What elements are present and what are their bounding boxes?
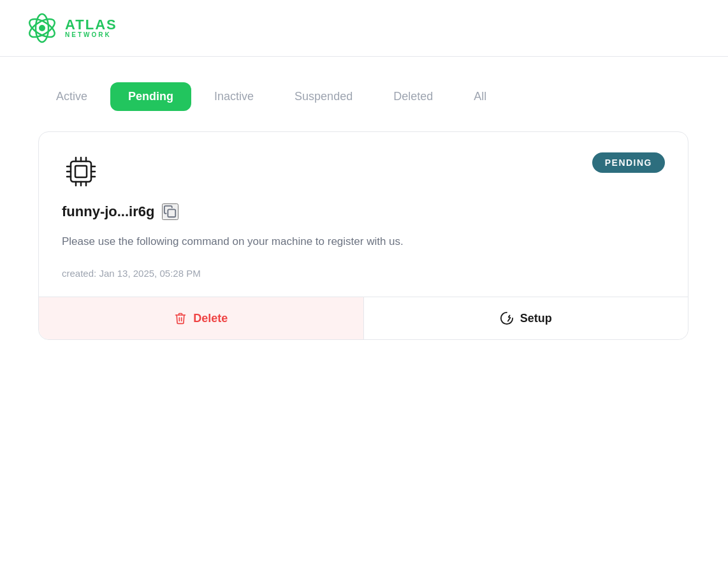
chip-icon — [62, 152, 100, 191]
delete-label: Delete — [193, 312, 228, 325]
card-description: Please use the following command on your… — [62, 233, 665, 250]
created-date: created: Jan 13, 2025, 05:28 PM — [62, 268, 665, 279]
trash-icon — [174, 312, 187, 325]
setup-button[interactable]: Setup — [364, 297, 688, 339]
created-value: Jan 13, 2025, 05:28 PM — [99, 268, 200, 279]
svg-point-0 — [39, 25, 45, 31]
svg-rect-5 — [75, 166, 87, 177]
svg-rect-4 — [71, 161, 91, 182]
logo-atlas-text: ATLAS — [65, 18, 117, 32]
tab-all[interactable]: All — [456, 82, 504, 111]
card-footer: Delete Setup — [39, 297, 688, 339]
tab-pending[interactable]: Pending — [110, 82, 191, 111]
setup-label: Setup — [520, 312, 552, 325]
tab-deleted[interactable]: Deleted — [375, 82, 451, 111]
logo-network-text: NETWORK — [65, 32, 117, 38]
card-header-row: PENDING — [62, 152, 665, 191]
copy-button[interactable] — [162, 203, 178, 220]
app-header: ATLAS NETWORK — [0, 0, 728, 57]
card-body: PENDING funny-jo...ir6g Please use the f… — [39, 132, 688, 297]
setup-icon — [500, 311, 514, 325]
filter-tabs: Active Pending Inactive Suspended Delete… — [38, 82, 690, 111]
logo-text: ATLAS NETWORK — [65, 18, 117, 38]
tab-inactive[interactable]: Inactive — [196, 82, 272, 111]
tab-suspended[interactable]: Suspended — [277, 82, 370, 111]
created-label: created: — [62, 268, 96, 279]
logo: ATLAS NETWORK — [25, 11, 117, 45]
device-name: funny-jo...ir6g — [62, 203, 154, 220]
status-badge: PENDING — [592, 152, 665, 173]
device-name-row: funny-jo...ir6g — [62, 203, 665, 220]
device-card: PENDING funny-jo...ir6g Please use the f… — [38, 131, 688, 340]
logo-icon — [25, 11, 59, 45]
delete-button[interactable]: Delete — [39, 297, 364, 339]
main-content: Active Pending Inactive Suspended Delete… — [0, 57, 728, 365]
svg-rect-18 — [168, 209, 176, 217]
tab-active[interactable]: Active — [38, 82, 105, 111]
